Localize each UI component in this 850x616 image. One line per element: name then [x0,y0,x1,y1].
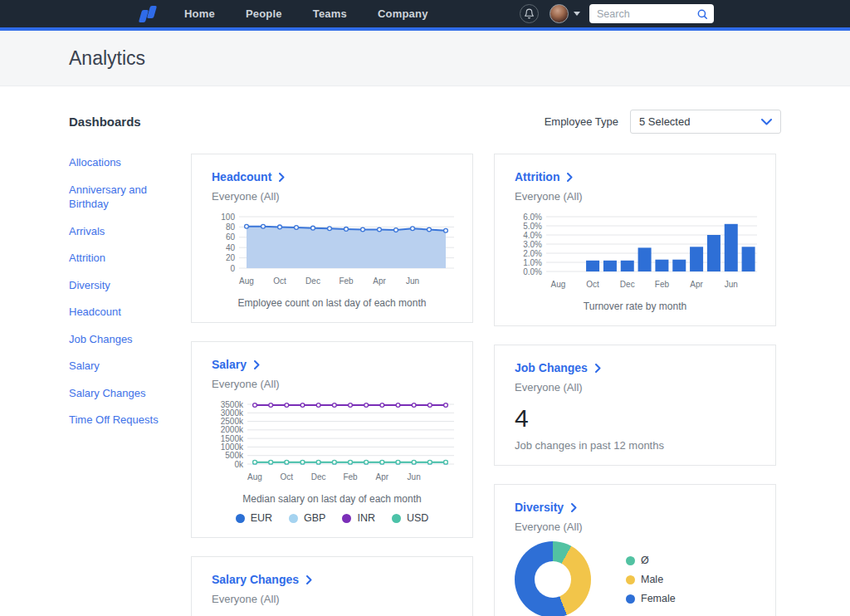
svg-text:3.0%: 3.0% [523,240,542,249]
headcount-card-link[interactable]: Headcount [212,170,285,183]
legend-item: USD [392,512,428,524]
search-input[interactable] [597,8,696,20]
salary-card: Salary Everyone (All) 3500k3000k2500k200… [191,341,473,538]
headcount-chart: 100806040200AugOctDecFebAprJun [212,213,452,294]
svg-text:6.0%: 6.0% [523,213,542,222]
salary-chart-caption: Median salary on last day of each month [212,493,452,505]
legend-dot-icon [626,575,635,584]
attrition-chart-caption: Turnover rate by month [515,301,755,312]
salary-changes-card-subtitle: Everyone (All) [212,593,452,605]
salary-card-subtitle: Everyone (All) [212,378,452,390]
nav-item-people[interactable]: People [246,7,282,20]
svg-text:0: 0 [230,264,235,273]
search-box [589,4,714,23]
legend-item: Male [626,574,676,585]
svg-text:Feb: Feb [655,280,670,289]
legend-label: Female [641,593,676,604]
chevron-right-icon [279,173,285,182]
salary-card-link[interactable]: Salary [212,358,260,371]
svg-text:Jun: Jun [408,472,421,482]
dashboards-sidebar: Allocations Anniversary and Birthday Arr… [69,154,191,616]
legend-item: GBP [289,512,325,524]
svg-text:Feb: Feb [339,276,354,286]
svg-text:Dec: Dec [311,472,326,482]
svg-text:Aug: Aug [551,280,566,289]
sidebar-item-headcount[interactable]: Headcount [69,305,162,320]
legend-label: Ø [641,555,649,566]
svg-text:Apr: Apr [690,280,703,289]
namely-logo[interactable] [137,3,159,25]
job-changes-card-title: Job Changes [515,361,588,374]
attrition-card-title: Attrition [515,170,559,183]
notifications-button[interactable] [520,4,539,23]
svg-text:2.0%: 2.0% [523,249,542,258]
svg-text:0.0%: 0.0% [523,267,542,276]
sidebar-item-allocations[interactable]: Allocations [69,155,162,170]
svg-text:Aug: Aug [247,472,262,482]
legend-item: INR [342,512,375,524]
svg-text:Apr: Apr [376,472,389,482]
svg-text:Jun: Jun [725,280,738,289]
diversity-legend: ØMaleFemale [626,555,676,604]
sidebar-item-diversity[interactable]: Diversity [69,278,162,293]
svg-text:80: 80 [226,222,236,232]
legend-label: GBP [304,512,325,524]
nav-item-home[interactable]: Home [184,7,215,20]
svg-text:1.0%: 1.0% [523,258,542,267]
svg-text:60: 60 [226,232,236,242]
attrition-chart: 6.0%5.0%4.0%3.0%2.0%1.0%0.0%AugOctDecFeb… [515,213,755,297]
legend-dot-icon [289,514,298,523]
legend-dot-icon [392,514,401,523]
dashboards-heading: Dashboards [69,115,141,129]
attrition-card-link[interactable]: Attrition [515,170,573,183]
chevron-down-icon [574,12,580,16]
chevron-down-icon [761,119,772,125]
svg-text:Jun: Jun [406,276,419,286]
salary-legend: EURGBPINRUSD [212,512,452,524]
job-changes-caption: Job changes in past 12 months [515,439,755,452]
attrition-card: Attrition Everyone (All) 6.0%5.0%4.0%3.0… [494,154,776,326]
svg-text:40: 40 [226,243,236,252]
legend-item: Ø [626,555,676,566]
legend-dot-icon [236,514,245,523]
headcount-card-subtitle: Everyone (All) [212,190,452,203]
nav-item-teams[interactable]: Teams [313,7,347,20]
job-changes-card-link[interactable]: Job Changes [515,361,601,374]
legend-label: USD [407,512,428,524]
salary-changes-card-link[interactable]: Salary Changes [212,573,312,586]
sidebar-item-salary-changes[interactable]: Salary Changes [69,386,162,401]
bell-icon [524,8,535,19]
attrition-card-subtitle: Everyone (All) [515,190,755,203]
employee-type-select[interactable]: 5 Selected [630,110,781,134]
sidebar-item-time-off-requests[interactable]: Time Off Requests [69,413,162,428]
sidebar-item-job-changes[interactable]: Job Changes [69,332,162,347]
primary-nav: Home People Teams Company [184,7,428,20]
salary-changes-card: Salary Changes Everyone (All) 5 [191,556,473,616]
employee-type-value: 5 Selected [639,115,690,128]
legend-item: EUR [236,512,272,524]
page-header: Analytics [0,31,850,86]
salary-chart: 3500k3000k2500k2000k1500k1000k500k0kAugO… [212,400,452,490]
headcount-card-title: Headcount [212,170,271,183]
user-menu[interactable] [550,4,580,23]
chevron-right-icon [567,173,573,182]
search-icon[interactable] [696,8,708,20]
diversity-card-link[interactable]: Diversity [515,501,577,514]
legend-item: Female [626,593,676,604]
sidebar-item-salary[interactable]: Salary [69,359,162,374]
svg-text:Oct: Oct [273,276,286,286]
svg-text:100: 100 [221,213,235,222]
nav-item-company[interactable]: Company [378,7,428,20]
svg-text:Feb: Feb [343,472,358,482]
sidebar-item-anniversary-and-birthday[interactable]: Anniversary and Birthday [69,183,162,212]
svg-text:4.0%: 4.0% [523,231,542,240]
employee-type-filter: Employee Type 5 Selected [545,110,781,134]
chevron-right-icon [254,360,260,369]
svg-text:Aug: Aug [239,276,254,286]
legend-label: Male [641,574,663,585]
job-changes-card-subtitle: Everyone (All) [515,381,755,394]
job-changes-card: Job Changes Everyone (All) 4 Job changes… [494,345,776,466]
chevron-right-icon [571,503,577,512]
sidebar-item-attrition[interactable]: Attrition [69,251,162,266]
sidebar-item-arrivals[interactable]: Arrivals [69,224,162,239]
